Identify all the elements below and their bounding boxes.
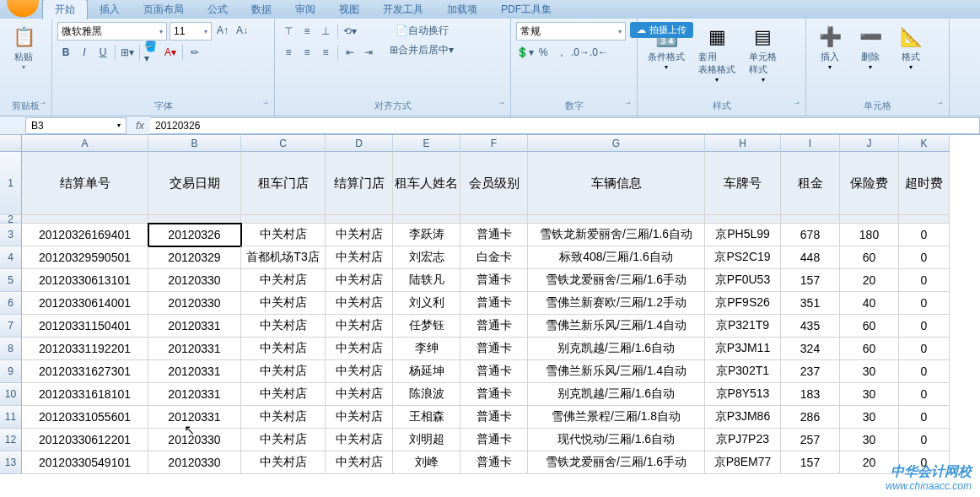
- increase-font-icon[interactable]: A↑: [214, 22, 231, 39]
- cell[interactable]: 257: [781, 429, 840, 451]
- cell[interactable]: 结算单号: [22, 152, 148, 215]
- cell[interactable]: 雪铁龙爱丽舍/三厢/1.6手动: [528, 451, 705, 474]
- cell[interactable]: 普通卡: [460, 383, 528, 406]
- fx-button[interactable]: fx: [130, 119, 150, 132]
- cell[interactable]: 中关村店: [326, 292, 393, 315]
- cell[interactable]: 60: [840, 315, 899, 338]
- cell[interactable]: 20120331: [148, 406, 241, 429]
- cell[interactable]: 车辆信息: [528, 152, 705, 215]
- cell[interactable]: 157: [781, 269, 840, 292]
- cell[interactable]: 351: [781, 292, 840, 315]
- align-middle-icon[interactable]: ≡: [299, 23, 315, 40]
- cell[interactable]: 刘宏志: [393, 246, 460, 269]
- cell[interactable]: 租金: [781, 152, 840, 215]
- cell[interactable]: 普通卡: [460, 269, 528, 292]
- cell[interactable]: 中关村店: [326, 269, 393, 292]
- align-center-icon[interactable]: ≡: [299, 44, 315, 61]
- name-box[interactable]: B3▾: [25, 117, 127, 134]
- tab-pdf[interactable]: PDF工具集: [489, 0, 563, 19]
- cell[interactable]: 157: [781, 451, 840, 474]
- cell[interactable]: 别克凯越/三厢/1.6自动: [528, 383, 705, 406]
- cell[interactable]: 雪铁龙新爱丽舍/三厢/1.6自动: [528, 224, 705, 246]
- fill-color-button[interactable]: 🪣▾: [143, 44, 160, 61]
- cell[interactable]: 237: [781, 360, 840, 383]
- italic-button[interactable]: I: [76, 44, 93, 61]
- cell[interactable]: 20120331627301: [22, 360, 148, 383]
- cell[interactable]: 20120330: [148, 451, 241, 474]
- row-header-1[interactable]: 1: [0, 152, 22, 215]
- cell[interactable]: 20120329590501: [22, 246, 148, 269]
- cell[interactable]: 刘峰: [393, 451, 460, 474]
- phonetic-button[interactable]: ✏: [186, 44, 203, 61]
- tab-addins[interactable]: 加载项: [435, 0, 489, 19]
- col-header-C[interactable]: C: [241, 135, 326, 152]
- cell[interactable]: 30: [840, 429, 899, 451]
- bold-button[interactable]: B: [57, 44, 74, 61]
- cell[interactable]: 刘明超: [393, 429, 460, 451]
- col-header-A[interactable]: A: [22, 135, 148, 152]
- cell[interactable]: 租车人姓名: [393, 152, 460, 215]
- cell[interactable]: 雪佛兰新赛欧/三厢/1.2手动: [528, 292, 705, 315]
- align-top-icon[interactable]: ⊤: [280, 23, 297, 40]
- cell[interactable]: 324: [781, 338, 840, 360]
- col-header-G[interactable]: G: [528, 135, 705, 152]
- cell[interactable]: 中关村店: [241, 315, 326, 338]
- cell[interactable]: 交易日期: [148, 152, 241, 215]
- cell[interactable]: 京P3JM11: [705, 338, 781, 360]
- tab-view[interactable]: 视图: [327, 0, 371, 19]
- tab-layout[interactable]: 页面布局: [132, 0, 196, 19]
- cell[interactable]: 中关村店: [326, 315, 393, 338]
- cell[interactable]: 20120331192201: [22, 338, 148, 360]
- cell[interactable]: 0: [899, 292, 950, 315]
- cell[interactable]: 雪佛兰新乐风/三厢/1.4自动: [528, 315, 705, 338]
- row-header-6[interactable]: 6: [0, 292, 22, 315]
- wrap-text-button[interactable]: 📄 自动换行: [384, 22, 460, 39]
- align-bottom-icon[interactable]: ⊥: [317, 23, 334, 40]
- col-header-J[interactable]: J: [840, 135, 899, 152]
- office-button[interactable]: [7, 0, 39, 17]
- cell[interactable]: 0: [899, 315, 950, 338]
- cell[interactable]: 中关村店: [241, 269, 326, 292]
- cell[interactable]: 李绅: [393, 338, 460, 360]
- orientation-icon[interactable]: ⟲▾: [342, 23, 358, 40]
- cell[interactable]: 普通卡: [460, 292, 528, 315]
- cell[interactable]: 首都机场T3店: [241, 246, 326, 269]
- underline-button[interactable]: U: [94, 44, 111, 61]
- cell[interactable]: 雪铁龙爱丽舍/三厢/1.6手动: [528, 269, 705, 292]
- font-size-combo[interactable]: 11▾: [170, 22, 212, 41]
- cell[interactable]: 20120331: [148, 315, 241, 338]
- formula-input[interactable]: 20120326: [150, 117, 980, 134]
- cell[interactable]: [460, 215, 528, 224]
- cell[interactable]: 别克凯越/三厢/1.6自动: [528, 338, 705, 360]
- cells-area[interactable]: 结算单号交易日期租车门店结算门店租车人姓名会员级别车辆信息车牌号租金保险费超时费…: [22, 152, 980, 474]
- cell[interactable]: [899, 215, 950, 224]
- row-header-12[interactable]: 12: [0, 429, 22, 451]
- cell[interactable]: 中关村店: [241, 360, 326, 383]
- cell[interactable]: 中关村店: [326, 360, 393, 383]
- cell[interactable]: 60: [840, 338, 899, 360]
- font-family-combo[interactable]: 微软雅黑▾: [57, 22, 167, 41]
- cell[interactable]: 20120330: [148, 429, 241, 451]
- cell[interactable]: 结算门店: [326, 152, 393, 215]
- cell[interactable]: [840, 215, 899, 224]
- cell[interactable]: 180: [840, 224, 899, 246]
- cell[interactable]: 中关村店: [326, 383, 393, 406]
- table-format-button[interactable]: ▦套用 表格格式▾: [693, 22, 740, 85]
- cell[interactable]: 中关村店: [241, 338, 326, 360]
- col-header-I[interactable]: I: [781, 135, 840, 152]
- cell[interactable]: 保险费: [840, 152, 899, 215]
- cell[interactable]: 中关村店: [326, 224, 393, 246]
- cell[interactable]: 0: [899, 338, 950, 360]
- cell[interactable]: 中关村店: [241, 292, 326, 315]
- cell[interactable]: 超时费: [899, 152, 950, 215]
- percent-icon[interactable]: %: [535, 44, 552, 61]
- font-color-button[interactable]: A▾: [162, 44, 179, 61]
- cell[interactable]: 京PH5L99: [705, 224, 781, 246]
- decrease-font-icon[interactable]: A↓: [234, 22, 250, 39]
- cell[interactable]: 286: [781, 406, 840, 429]
- row-header-4[interactable]: 4: [0, 246, 22, 269]
- col-header-K[interactable]: K: [899, 135, 950, 152]
- cell[interactable]: 普通卡: [460, 315, 528, 338]
- cell[interactable]: 0: [899, 406, 950, 429]
- indent-decrease-icon[interactable]: ⇤: [342, 44, 358, 61]
